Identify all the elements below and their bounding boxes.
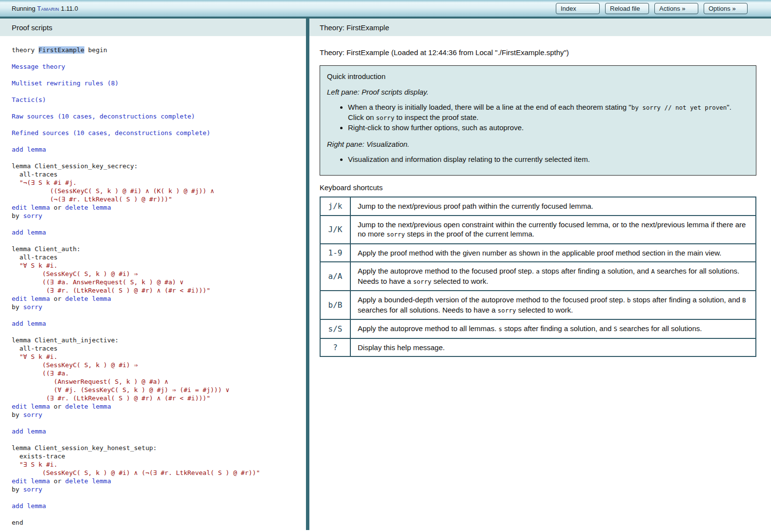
- lemma-formula-line: (SessKeyC( S, k ) @ #i) ⇒: [12, 361, 306, 369]
- intro-section-heading: Right pane: Visualization.: [327, 140, 749, 148]
- inline-code: sorry: [413, 278, 431, 285]
- shortcut-row: b/BApply a bounded-depth version of the …: [320, 291, 756, 319]
- theory-loaded-info: Theory: FirstExample (Loaded at 12:44:36…: [320, 48, 756, 57]
- edit-lemma-link[interactable]: edit lemma: [12, 477, 50, 485]
- reload-file-button[interactable]: Reload file: [605, 3, 649, 14]
- tactics-link[interactable]: Tactic(s): [12, 96, 46, 103]
- add-lemma-link-block: add lemma: [12, 319, 306, 328]
- lemma-formula-line: (∀ #j. (SessKeyC( S, k ) @ #j) ⇒ (#i = #…: [12, 386, 306, 394]
- shortcuts-table-body: j/kJump to the next/previous proof path …: [320, 197, 756, 356]
- edit-lemma-link[interactable]: edit lemma: [12, 295, 50, 302]
- lemma-trace-quantifier: all-traces: [12, 253, 306, 261]
- intro-sections: Left pane: Proof scripts display.When a …: [327, 88, 749, 164]
- lemma-name-line: lemma Client_session_key_honest_setup:: [12, 444, 306, 452]
- add-lemma-link[interactable]: add lemma: [12, 146, 46, 153]
- add-lemma-link-block: add lemma: [12, 427, 306, 435]
- intro-bullet: When a theory is initially loaded, there…: [348, 102, 749, 122]
- topbar-buttons: IndexReload fileActions »Options »: [556, 3, 748, 14]
- sorry-link[interactable]: sorry: [23, 212, 42, 219]
- shortcut-row: 1-9Apply the proof method with the given…: [320, 244, 756, 262]
- theory-name-highlight: FirstExample: [39, 46, 84, 54]
- refined-sources-link[interactable]: Refined sources (10 cases, deconstructio…: [12, 129, 210, 137]
- pane-divider[interactable]: [306, 19, 309, 530]
- multiset-rewriting-rules-link[interactable]: Multiset rewriting rules (8): [12, 79, 119, 87]
- theory-keyword: theory: [12, 46, 39, 54]
- top-toolbar: Running Tamarin 1.11.0 IndexReload fileA…: [0, 0, 771, 19]
- add-lemma-link[interactable]: add lemma: [12, 320, 46, 327]
- lemma-name-line: lemma Client_session_key_secrecy:: [12, 162, 306, 170]
- add-lemma-link[interactable]: add lemma: [12, 229, 46, 236]
- message-theory-link[interactable]: Message theory: [12, 63, 65, 70]
- lemma-name-line: lemma Client_auth:: [12, 245, 306, 253]
- inline-text: steps in the proof of the current lemma.: [405, 230, 534, 238]
- or-text: or: [50, 477, 65, 485]
- lemma-formula-line: ((∃ #a. AnswerRequest( S, k ) @ #a) ∨: [12, 278, 306, 286]
- inline-code: sorry: [498, 307, 516, 314]
- theory-info-body: Theory: FirstExample (Loaded at 12:44:36…: [309, 36, 771, 530]
- intro-bullet-list: When a theory is initially loaded, there…: [327, 102, 749, 133]
- lemma-formula-line: ((∃ #a.: [12, 369, 306, 377]
- delete-lemma-link[interactable]: delete lemma: [65, 403, 111, 410]
- inline-code: sorry: [376, 114, 395, 121]
- add-lemma-link-block: add lemma: [12, 502, 306, 510]
- inline-code: sorry: [386, 231, 405, 238]
- add-lemma-link[interactable]: add lemma: [12, 502, 46, 510]
- refined-sources-link-block: Refined sources (10 cases, deconstructio…: [12, 129, 306, 137]
- tactics-link-block: Tactic(s): [12, 96, 306, 104]
- inline-text: Apply the proof method with the given nu…: [358, 249, 721, 257]
- inline-text: Apply the autoprove method to all lemmas…: [358, 324, 499, 333]
- keyboard-shortcuts-title: Keyboard shortcuts: [320, 183, 756, 192]
- app-version: 1.11.0: [59, 5, 78, 12]
- lemma-formula-line: (∃ #r. (LtkReveal( S ) @ #r) ∧ (#r < #i)…: [12, 286, 306, 295]
- inline-code: A: [651, 268, 655, 275]
- intro-bullet-list: Visualization and information display re…: [327, 155, 749, 164]
- lemma-proof-line: by sorry: [12, 303, 306, 311]
- shortcut-key: j/k: [320, 197, 350, 216]
- by-keyword: by: [12, 486, 23, 493]
- actions-menu-button[interactable]: Actions »: [654, 3, 698, 14]
- inline-text: Jump to the next/previous proof path wit…: [358, 202, 593, 210]
- lemma-formula-line: (∃ #r. (LtkReveal( S ) @ #r) ∧ (#r < #i)…: [12, 394, 306, 402]
- shortcut-key: J/K: [320, 216, 350, 244]
- inline-text: stops after finding a solution, and: [631, 296, 742, 304]
- inline-text: Visualization and information display re…: [348, 155, 590, 163]
- sorry-link[interactable]: sorry: [23, 486, 42, 493]
- delete-lemma-link[interactable]: delete lemma: [65, 477, 111, 485]
- add-lemma-link[interactable]: add lemma: [12, 428, 46, 435]
- inline-text: stops after finding a solution, and: [540, 267, 651, 275]
- shortcut-key: ?: [320, 338, 350, 357]
- edit-lemma-link[interactable]: edit lemma: [12, 403, 50, 410]
- shortcut-key: a/A: [320, 262, 350, 291]
- add-lemma-link-block: add lemma: [12, 145, 306, 154]
- options-menu-button[interactable]: Options »: [704, 3, 748, 14]
- lemma-actions-line: edit lemma or delete lemma: [12, 203, 306, 212]
- quick-introduction-box: Quick introduction Left pane: Proof scri…: [320, 65, 756, 176]
- lemma-formula-line: (¬(∃ #r. LtkReveal( S ) @ #r)))": [12, 195, 306, 203]
- theory-line: theory FirstExample begin: [12, 46, 306, 54]
- by-keyword: by: [12, 303, 23, 311]
- sorry-link[interactable]: sorry: [23, 411, 42, 418]
- shortcut-key: b/B: [320, 291, 350, 319]
- index-button[interactable]: Index: [556, 3, 600, 14]
- delete-lemma-link[interactable]: delete lemma: [65, 295, 111, 302]
- inline-text: searches for all solutions.: [617, 324, 702, 333]
- inline-text: selected to work.: [516, 306, 573, 314]
- message-theory-link-block: Message theory: [12, 62, 306, 71]
- edit-lemma-link[interactable]: edit lemma: [12, 204, 50, 211]
- lemma-proof-line: by sorry: [12, 411, 306, 419]
- by-keyword: by: [12, 212, 23, 219]
- theory-header-label: Theory: FirstExample: [320, 23, 389, 32]
- shortcuts-table: j/kJump to the next/previous proof path …: [320, 197, 756, 357]
- raw-sources-link[interactable]: Raw sources (10 cases, deconstructions c…: [12, 113, 195, 120]
- inline-text: to inspect the proof state.: [394, 113, 479, 121]
- lemma-actions-line: edit lemma or delete lemma: [12, 402, 306, 411]
- inline-code: by sorry // not yet proven: [631, 104, 727, 111]
- inline-code: b: [627, 296, 631, 304]
- intro-section-heading: Left pane: Proof scripts display.: [327, 88, 749, 96]
- sorry-link[interactable]: sorry: [23, 303, 42, 311]
- delete-lemma-link[interactable]: delete lemma: [65, 204, 111, 211]
- lemma-formula-line: "∃ S k #i.: [12, 460, 306, 469]
- lemma-formula-line: ((SessKeyC( S, k ) @ #i) ∧ (K( k ) @ #j)…: [12, 187, 306, 195]
- proof-script: theory FirstExample beginMessage theoryM…: [0, 36, 306, 530]
- proof-scripts-header-label: Proof scripts: [12, 23, 52, 32]
